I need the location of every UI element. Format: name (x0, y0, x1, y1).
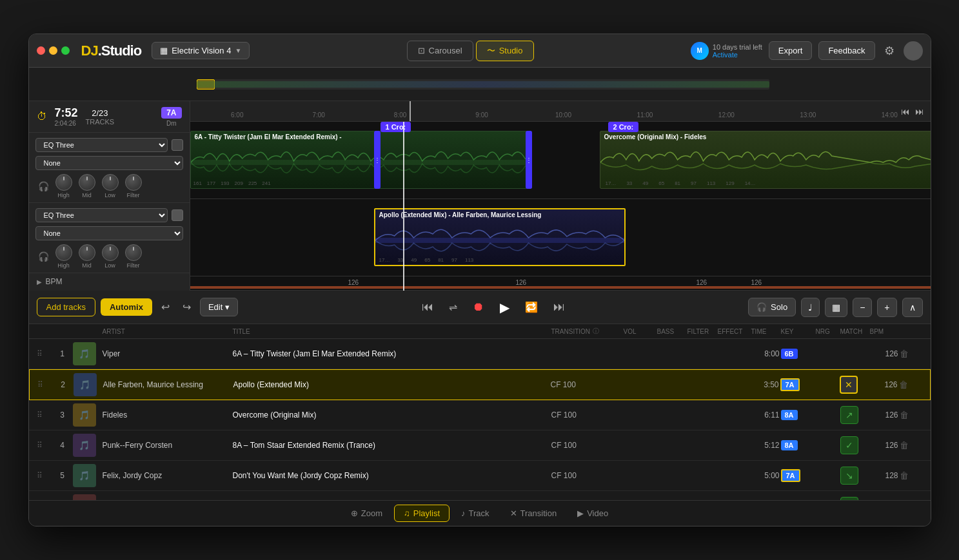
waveform-track-2[interactable]: Apollo (Extended Mix) - Alle Farben, Mau… (190, 199, 931, 276)
maximize-button[interactable] (61, 46, 70, 55)
export-button[interactable]: Export (769, 41, 813, 60)
time-4: 5:12 (751, 441, 780, 450)
clip-track3[interactable]: Overcome (Original Mix) - Fideles 17… 33… (600, 131, 931, 189)
zoom-tab[interactable]: ⊕ Zoom (342, 505, 391, 521)
eq-type-select-2[interactable]: EQ Three (35, 208, 168, 222)
track-row-4[interactable]: ⠿ 4 🎵 Punk--Ferry Corsten 8A – Tom Staar… (29, 430, 931, 461)
headphone-icon-2[interactable]: 🎧 (38, 251, 49, 262)
chevron-up-button[interactable]: ∧ (902, 298, 923, 317)
transition-tab[interactable]: ✕ Transition (501, 505, 566, 521)
track-list-header: ARTIST TITLE TRANSITION ⓘ VOL BASS FILTE… (29, 324, 931, 339)
play-button[interactable]: ▶ (496, 297, 513, 318)
bpm-row: ▶ BPM (29, 273, 190, 290)
delete-track-5[interactable]: 🗑 (900, 470, 909, 481)
grid-button[interactable]: ▦ (825, 298, 847, 317)
high-knob-label-1: High (57, 192, 70, 198)
drag-handle-5[interactable]: ⠿ (37, 471, 52, 480)
drag-handle-1[interactable]: ⠿ (37, 349, 52, 358)
redo-button[interactable]: ↪ (179, 298, 195, 316)
playlist-tab[interactable]: ♫ Playlist (394, 505, 450, 522)
nrg-header: NRG (816, 328, 839, 335)
cue-marker-1[interactable]: 1 Cro: (381, 122, 411, 132)
drag-handle-2[interactable]: ⠿ (37, 380, 53, 389)
high-knob-1[interactable] (55, 174, 72, 191)
track-row-5[interactable]: ⠿ 5 🎵 Felix, Jordy Copz Don't You Want M… (29, 461, 931, 491)
transport-bar: Add tracks Automix ↩ ↪ Edit ▾ ⏮ ⇌ ⏺ ▶ 🔁 … (29, 291, 931, 324)
record-button[interactable]: ⏺ (469, 298, 488, 316)
track-list: ARTIST TITLE TRANSITION ⓘ VOL BASS FILTE… (29, 324, 931, 500)
waveform-track-1[interactable]: 1 Cro: 2 Cro: 6A - Titty Twister (Jam El… (190, 122, 931, 199)
track-thumb-6: 🎵 (73, 494, 96, 500)
user-avatar[interactable] (904, 41, 923, 61)
metronome-button[interactable]: ♩ (801, 298, 820, 317)
transition-3: CF 100 (551, 410, 622, 420)
app-window: DJ.Studio ▦ Electric Vision 4 ▼ ⊡ Carous… (28, 34, 931, 526)
eq-filter-select-1[interactable]: None (35, 156, 183, 170)
transition-handle-1[interactable]: ⋮ (374, 131, 381, 189)
effect-header: EFFECT (718, 328, 750, 335)
high-knob-2[interactable] (55, 244, 72, 261)
solo-button[interactable]: 🎧 Solo (748, 298, 796, 316)
next-track-button[interactable]: ⏭ (549, 298, 569, 316)
track-tab[interactable]: ♪ Track (452, 505, 499, 521)
artist-2: Alle Farben, Maurice Lessing (103, 380, 232, 389)
mid-knob-1[interactable] (79, 174, 95, 191)
headphone-icon-1[interactable]: 🎧 (38, 181, 49, 191)
mixed-in-key-badge: M (691, 42, 709, 60)
filter-knob-1[interactable] (125, 174, 142, 191)
playhead (403, 122, 404, 291)
low-knob-2[interactable] (102, 244, 119, 261)
crossfader-button[interactable]: ⇌ (445, 298, 461, 316)
eq-toggle-2[interactable] (172, 209, 183, 221)
clip-track1[interactable]: 6A - Titty Twister (Jam El Mar Extended … (190, 131, 532, 189)
ruler-mark: 10:00 (522, 111, 604, 119)
eq-filter-select-2[interactable]: None (35, 226, 183, 240)
title-3: Overcome (Original Mix) (233, 410, 550, 420)
eq-toggle-1[interactable] (172, 139, 183, 151)
eq-knobs-2: 🎧 High Mid Low Filter (35, 244, 183, 269)
delete-track-4[interactable]: 🗑 (900, 440, 909, 450)
delete-track-3[interactable]: 🗑 (900, 410, 909, 420)
transition-handle-1b[interactable]: ⋮ (526, 131, 532, 189)
track-thumb-4: 🎵 (73, 434, 96, 457)
minimize-button[interactable] (49, 46, 57, 55)
video-tab[interactable]: ▶ Video (568, 505, 617, 521)
playlist-selector[interactable]: ▦ Electric Vision 4 ▼ (152, 42, 250, 59)
low-knob-1[interactable] (102, 174, 119, 191)
undo-button[interactable]: ↩ (157, 298, 173, 316)
activate-link[interactable]: Activate (713, 51, 762, 59)
delete-track-2[interactable]: 🗑 (899, 380, 908, 390)
carousel-view-button[interactable]: ⊡ Carousel (407, 41, 473, 61)
drag-handle-3[interactable]: ⠿ (37, 410, 52, 420)
track-icon: ♪ (461, 508, 466, 518)
feedback-button[interactable]: Feedback (818, 41, 875, 60)
track-row-6[interactable]: ⠿ 6 🎵 Cosmic Gate The Wave 2.0 (Extended… (29, 491, 931, 500)
skip-back-button[interactable]: ⏮ (901, 106, 910, 117)
skip-forward-button[interactable]: ⏭ (915, 106, 924, 117)
video-icon: ▶ (577, 508, 584, 518)
plus-button[interactable]: + (877, 298, 896, 317)
track-row-3[interactable]: ⠿ 3 🎵 Fideles Overcome (Original Mix) CF… (29, 400, 931, 430)
track-row-2[interactable]: ⠿ 2 🎵 Alle Farben, Maurice Lessing Apoll… (29, 369, 931, 400)
add-tracks-button[interactable]: Add tracks (37, 298, 95, 316)
settings-button[interactable]: ⚙ (882, 41, 897, 61)
automix-button[interactable]: Automix (101, 298, 152, 316)
drag-handle-4[interactable]: ⠿ (37, 441, 52, 450)
close-button[interactable] (37, 46, 45, 55)
studio-view-button[interactable]: 〜 Studio (476, 41, 534, 61)
filter-knob-2[interactable] (125, 244, 142, 261)
loop-button[interactable]: 🔁 (521, 298, 542, 316)
minus-button[interactable]: − (853, 298, 872, 317)
previous-track-button[interactable]: ⏮ (418, 298, 437, 316)
bpm-collapse-arrow[interactable]: ▶ (37, 278, 42, 285)
track-row-1[interactable]: ⠿ 1 🎵 Viper 6A – Titty Twister (Jam El M… (29, 339, 931, 369)
bpm-value-4: 126 (751, 279, 762, 286)
cue-marker-2[interactable]: 2 Cro: (608, 122, 639, 132)
eq-type-select-1[interactable]: EQ Three (35, 138, 168, 152)
edit-button[interactable]: Edit ▾ (200, 298, 238, 316)
title-bar: DJ.Studio ▦ Electric Vision 4 ▼ ⊡ Carous… (29, 34, 931, 68)
eq-knobs-1: 🎧 High Mid Low Filter (35, 174, 183, 198)
mid-knob-2[interactable] (79, 244, 95, 261)
delete-track-1[interactable]: 🗑 (900, 349, 909, 359)
clip-track2[interactable]: Apollo (Extended Mix) - Alle Farben, Mau… (374, 208, 626, 266)
